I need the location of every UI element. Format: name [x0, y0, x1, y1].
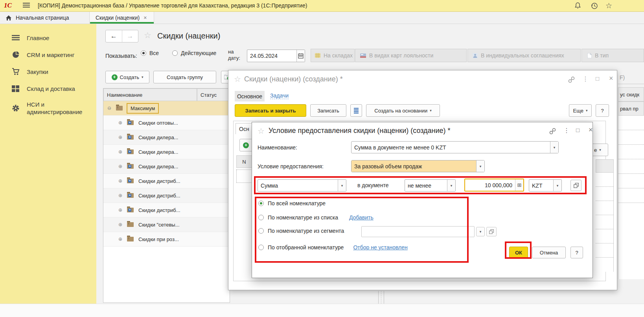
criteria-type-value[interactable]: Сумма	[258, 180, 338, 191]
condition-field[interactable]: За разовый объем продаж ▾	[351, 160, 485, 172]
ok-button[interactable]: ОК	[509, 247, 528, 258]
amount-field[interactable]: 10 000,000 ⊞	[464, 179, 524, 192]
comparison-field[interactable]: не менее ▾	[405, 179, 456, 192]
table-row[interactable]: ⊕ + Скидки оптовы...	[103, 116, 230, 130]
table-row[interactable]: ⊖ ↑ Максимум	[103, 101, 230, 116]
calculator-icon[interactable]: ⊞	[515, 179, 523, 191]
expand-icon[interactable]: ⊕	[118, 193, 123, 198]
create-group-button[interactable]: Создать группу	[153, 71, 216, 83]
radio-all-circle[interactable]	[141, 50, 146, 56]
modal-star-icon[interactable]: ☆	[258, 126, 265, 136]
back-button[interactable]: ←	[106, 30, 122, 42]
maximize-icon[interactable]: □	[576, 127, 580, 133]
sidebar-item-warehouse[interactable]: Склад и доставка	[0, 80, 96, 97]
expand-icon[interactable]: ⊕	[118, 135, 123, 140]
more-actions-icon[interactable]: ⋮	[582, 75, 589, 83]
chevron-down-icon[interactable]: ▾	[338, 180, 346, 191]
get-link-icon[interactable]	[568, 76, 575, 83]
expand-icon[interactable]: ⊕	[118, 149, 123, 155]
expand-icon[interactable]: ⊕	[118, 236, 123, 242]
tab-individual-agreements[interactable]: В индивидуальных соглашениях	[467, 49, 581, 62]
table-row[interactable]: ⊕ + Скидки дилера...	[103, 159, 230, 174]
table-row[interactable]: ⊕ ↑ Скидки при роз...	[103, 232, 230, 247]
radio-nomenclature-from-list[interactable]: По номенклатуре из списка Добавить	[258, 214, 374, 221]
tab-typical-agreements[interactable]: В тип	[581, 49, 644, 62]
tab-loyalty-cards[interactable]: В видах карт лояльности	[355, 49, 467, 62]
sidebar-item-main[interactable]: Главное	[0, 29, 96, 46]
table-row[interactable]: ⊕ + Скидки дистриб...	[103, 188, 230, 203]
chevron-down-icon[interactable]: ▾	[476, 160, 484, 172]
table-row[interactable]: ⊕ + Скидки дилера...	[103, 130, 230, 145]
date-field[interactable]: 24.05.2024	[247, 50, 305, 62]
collapse-icon[interactable]: ⊖	[107, 105, 112, 111]
help-button[interactable]: ?	[596, 104, 609, 117]
main-menu-icon[interactable]	[23, 3, 30, 8]
column-header-name[interactable]: Наименование	[103, 88, 197, 101]
expand-icon[interactable]: ⊕	[118, 222, 123, 227]
radio-circle[interactable]	[258, 245, 264, 250]
expand-icon[interactable]: ⊕	[118, 164, 123, 169]
tab-on-warehouses[interactable]: На складах	[311, 49, 355, 62]
save-and-close-button[interactable]: Записать и закрыть	[235, 104, 306, 117]
comparison-value[interactable]: не менее	[405, 180, 447, 191]
chevron-down-icon[interactable]: ▾	[550, 142, 558, 153]
filter-not-set-link[interactable]: Отбор не установлен	[353, 244, 407, 251]
segment-dropdown-button[interactable]: ▾	[476, 227, 485, 236]
more-actions-icon[interactable]: ⋮	[563, 127, 570, 134]
create-based-on-button[interactable]: Создать на основании ▾	[366, 104, 440, 117]
notifications-bell-icon[interactable]	[574, 2, 581, 9]
post-document-button[interactable]	[350, 104, 362, 117]
radio-nomenclature-from-segment[interactable]: По номенклатуре из сегмента	[258, 228, 344, 234]
chevron-down-icon[interactable]: ▾	[553, 180, 561, 191]
create-button[interactable]: + Создать ▾	[105, 71, 149, 83]
get-link-icon[interactable]	[549, 128, 556, 135]
table-row[interactable]: ⊕ + Скидки дистриб...	[103, 174, 230, 188]
radio-all[interactable]: Все	[141, 50, 159, 56]
chevron-down-icon[interactable]: ▾	[447, 180, 455, 191]
expand-icon[interactable]: ⊕	[118, 178, 123, 184]
add-link[interactable]: Добавить	[349, 214, 374, 221]
splitter-handle[interactable]	[378, 291, 394, 304]
table-row[interactable]: ⊕ + Скидки дистриб...	[103, 203, 230, 217]
radio-active-circle[interactable]	[172, 50, 178, 56]
sidebar-item-crm[interactable]: CRM и маркетинг	[0, 46, 96, 63]
more-button[interactable]: Еще ▾	[569, 104, 592, 117]
column-header-status[interactable]: Статус	[197, 88, 230, 101]
history-icon[interactable]	[591, 2, 598, 9]
page-star-icon[interactable]: ☆	[144, 31, 151, 40]
currency-field[interactable]: KZT ▾	[529, 179, 562, 192]
table-row[interactable]: ⊕ + Скидки дилера...	[103, 145, 230, 159]
name-value[interactable]: Сумма в документе не менее 0 KZT	[351, 142, 550, 153]
radio-all-nomenclature[interactable]: По всей номенклатуре	[258, 200, 326, 206]
cancel-button[interactable]: Отмена	[532, 247, 566, 258]
calendar-icon[interactable]	[296, 50, 305, 62]
close-icon[interactable]: ×	[609, 74, 613, 83]
segment-open-button[interactable]	[486, 227, 497, 236]
radio-active[interactable]: Действующие	[172, 50, 216, 56]
radio-circle[interactable]	[258, 201, 264, 206]
name-field[interactable]: Сумма в документе не менее 0 KZT ▾	[351, 141, 559, 153]
tab-main[interactable]: Основное	[235, 91, 265, 101]
expand-icon[interactable]: ⊕	[118, 120, 123, 125]
open-currency-button[interactable]	[570, 180, 581, 191]
sidebar-item-purchases[interactable]: Закупки	[0, 63, 96, 80]
criteria-type-field[interactable]: Сумма ▾	[258, 179, 346, 192]
table-row[interactable]: ⊕ ↑ Скидки "сетевы...	[103, 217, 230, 232]
favorites-star-icon[interactable]: ☆	[605, 1, 612, 10]
forward-button[interactable]: →	[122, 30, 138, 42]
close-icon[interactable]: ×	[589, 126, 593, 134]
condition-value[interactable]: За разовый объем продаж	[351, 160, 476, 172]
home-tab[interactable]: Начальная страница	[0, 12, 90, 24]
maximize-icon[interactable]: □	[596, 75, 599, 82]
radio-selected-nomenclature[interactable]: По отобранной номенклатуре Отбор не уста…	[258, 244, 408, 251]
date-value[interactable]: 24.05.2024	[247, 50, 296, 62]
segment-field[interactable]	[361, 226, 475, 237]
inner-selected-row[interactable]	[236, 170, 252, 183]
save-button[interactable]: Записать	[310, 104, 346, 117]
currency-value[interactable]: KZT	[529, 180, 553, 191]
tab-close-icon[interactable]: ×	[144, 15, 147, 21]
sidebar-item-admin[interactable]: НСИ и администрирование	[0, 97, 96, 119]
inner-tab-partial[interactable]: Осн	[236, 123, 254, 134]
tab-tasks[interactable]: Задачи	[270, 92, 289, 99]
help-button[interactable]: ?	[570, 247, 583, 258]
